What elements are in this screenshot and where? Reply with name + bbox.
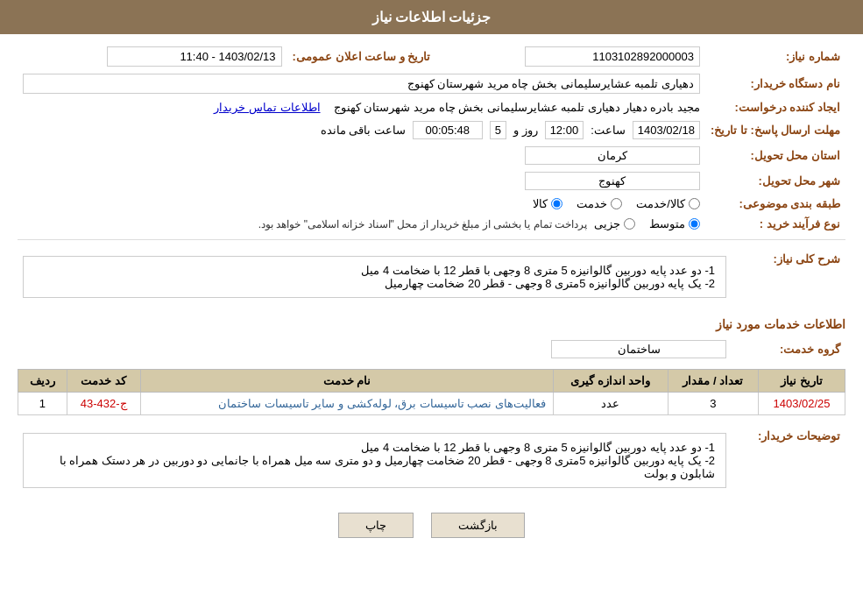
row-ostan: استان محل تحویل: کرمان: [18, 143, 845, 168]
col-tarikh-niaz: تاریخ نیاز: [759, 370, 845, 393]
radio-kala-khadmat: کالا/خدمت: [636, 197, 700, 210]
label-shahr: شهر محل تحویل:: [705, 168, 845, 194]
label-tosif: توضیحات خریدار:: [732, 422, 845, 499]
row-noe-farayand: نوع فرآیند خرید : متوسط جزیی: [18, 214, 845, 234]
radio-khadmat-label: خدمت: [577, 197, 607, 210]
noe-farayand-note: پرداخت تمام یا بخشی از مبلغ خریدار از مح…: [258, 218, 587, 230]
label-nam-dastgah: نام دستگاه خریدار:: [705, 70, 845, 97]
label-sharh: شرح کلی نیاز:: [732, 245, 845, 308]
label-group-khadamat: گروه خدمت:: [732, 336, 845, 362]
value-shahr: کهنوج: [18, 168, 705, 194]
radio-jozi: جزیی: [594, 217, 635, 230]
cell-vahed: عدد: [554, 393, 668, 415]
row-tabaqe: طبقه بندی موضوعی: کالا/خدمت خدمت: [18, 194, 845, 214]
mohlat-roz: 5: [490, 121, 506, 139]
group-khadamat-box: ساختمان: [551, 340, 726, 358]
col-kod-khadamat: کد خدمت: [67, 370, 140, 393]
value-tarikh-elan: 1403/02/13 - 11:40: [18, 43, 287, 70]
col-tedad: تعداد / مقدار: [668, 370, 759, 393]
radio-kala-input[interactable]: [551, 198, 562, 209]
radio-jozi-input[interactable]: [624, 218, 635, 230]
divider-1: [18, 239, 845, 240]
cell-nam-khadamat: فعالیت‌های نصب تاسیسات برق، لوله‌کشی و س…: [140, 393, 553, 415]
ostan-box: کرمان: [525, 146, 700, 165]
tosif-box: 1- دو عدد پایه دوربین گالوانیزه 5 متری 8…: [23, 433, 726, 488]
roz-label: روز و: [513, 124, 538, 137]
ijad-value: مجید بادره دهیار دهیاری تلمبه عشایرسلیما…: [334, 101, 700, 114]
value-group-khadamat: ساختمان: [18, 336, 732, 362]
radio-kala-label: کالا: [533, 197, 548, 210]
noe-farayand-radio-group: متوسط جزیی: [594, 217, 700, 230]
sharh-line2: 2- یک پایه دوربین گالوانیزه 5متری 8 وجهی…: [34, 277, 715, 290]
sharh-line1: 1- دو عدد پایه دوربین گالوانیزه 5 متری 8…: [34, 264, 715, 277]
bottom-buttons: بازگشت چاپ: [18, 513, 845, 538]
mohlat-inline: 1403/02/18 ساعت: 12:00 روز و 5 00:05:48 …: [23, 121, 700, 139]
col-radif: ردیف: [18, 370, 67, 393]
group-khadamat-table: گروه خدمت: ساختمان: [18, 336, 845, 362]
table-row: 1403/02/25 3 عدد فعالیت‌های نصب تاسیسات …: [18, 393, 845, 415]
info-table: شماره نیاز: 1103102892000003 تاریخ و ساع…: [18, 43, 845, 234]
page-wrapper: جزئیات اطلاعات نیاز شماره نیاز: 11031028…: [0, 0, 863, 616]
radio-kala-khadmat-input[interactable]: [689, 198, 700, 209]
radio-kala-khadmat-label: کالا/خدمت: [636, 197, 685, 210]
radio-motevaset: متوسط: [649, 217, 700, 230]
cell-radif: 1: [18, 393, 67, 415]
chap-button[interactable]: چاپ: [338, 513, 414, 538]
radio-motevaset-label: متوسط: [649, 217, 685, 230]
page-title: جزئیات اطلاعات نیاز: [372, 10, 492, 25]
row-group-khadamat: گروه خدمت: ساختمان: [18, 336, 845, 362]
tosif-line1: 1- دو عدد پایه دوربین گالوانیزه 5 متری 8…: [34, 441, 715, 454]
sharh-box: 1- دو عدد پایه دوربین گالوانیزه 5 متری 8…: [23, 256, 726, 298]
row-nam-dastgah: نام دستگاه خریدار: دهیاری تلمبه عشایرسلی…: [18, 70, 845, 97]
label-tarikh-elan: تاریخ و ساعت اعلان عمومی:: [287, 43, 436, 70]
cell-tedad: 3: [668, 393, 759, 415]
ijad-row: مجید بادره دهیار دهیاری تلمبه عشایرسلیما…: [23, 101, 700, 114]
mohlat-maande: 00:05:48: [413, 121, 483, 139]
label-ostan: استان محل تحویل:: [705, 143, 845, 168]
label-mohlat: مهلت ارسال پاسخ: تا تاریخ:: [705, 117, 845, 143]
label-ijad: ایجاد کننده درخواست:: [705, 97, 845, 117]
radio-khadmat-input[interactable]: [611, 198, 622, 209]
value-tosif: 1- دو عدد پایه دوربین گالوانیزه 5 متری 8…: [18, 422, 732, 499]
tosif-table: توضیحات خریدار: 1- دو عدد پایه دوربین گا…: [18, 422, 845, 499]
shomare-box: 1103102892000003: [525, 46, 700, 67]
page-header: جزئیات اطلاعات نیاز: [0, 0, 863, 34]
label-shomare: شماره نیاز:: [705, 43, 845, 70]
value-mohlat: 1403/02/18 ساعت: 12:00 روز و 5 00:05:48 …: [18, 117, 705, 143]
value-nam-dastgah: دهیاری تلمبه عشایرسلیمانی بخش چاه مرید ش…: [18, 70, 705, 97]
label-tabaqe: طبقه بندی موضوعی:: [705, 194, 845, 214]
value-sharh: 1- دو عدد پایه دوربین گالوانیزه 5 متری 8…: [18, 245, 732, 308]
row-tosif: توضیحات خریدار: 1- دو عدد پایه دوربین گا…: [18, 422, 845, 499]
cell-kod: ج-432-43: [67, 393, 140, 415]
col-vahed: واحد اندازه گیری: [554, 370, 668, 393]
ettelaat-tamas-link[interactable]: اطلاعات تماس خریدار: [214, 101, 320, 114]
main-content: شماره نیاز: 1103102892000003 تاریخ و ساع…: [0, 34, 863, 561]
khadamat-title: اطلاعات خدمات مورد نیاز: [18, 317, 845, 331]
tarikh-elan-box: 1403/02/13 - 11:40: [107, 46, 282, 67]
value-shomare: 1103102892000003: [435, 43, 705, 70]
tabaqe-radio-group: کالا/خدمت خدمت کالا: [23, 197, 700, 210]
shahr-box: کهنوج: [525, 172, 700, 190]
maande-label: ساعت باقی مانده: [321, 124, 406, 137]
services-table: تاریخ نیاز تعداد / مقدار واحد اندازه گیر…: [18, 369, 845, 415]
row-shomare-tarikh: شماره نیاز: 1103102892000003 تاریخ و ساع…: [18, 43, 845, 70]
mohlat-saat: 12:00: [545, 121, 584, 139]
radio-jozi-label: جزیی: [594, 217, 620, 230]
cell-tarikh: 1403/02/25: [759, 393, 845, 415]
row-sharh: شرح کلی نیاز: 1- دو عدد پایه دوربین گالو…: [18, 245, 845, 308]
row-ijad: ایجاد کننده درخواست: مجید بادره دهیار ده…: [18, 97, 845, 117]
saat-label: ساعت:: [591, 124, 626, 137]
col-nam-khadamat: نام خدمت: [140, 370, 553, 393]
row-mohlat: مهلت ارسال پاسخ: تا تاریخ: 1403/02/18 سا…: [18, 117, 845, 143]
noe-farayand-inline: متوسط جزیی پرداخت تمام یا بخشی از مبلغ خ…: [23, 217, 700, 230]
radio-motevaset-input[interactable]: [689, 218, 700, 230]
bazgasht-button[interactable]: بازگشت: [431, 513, 525, 538]
radio-khadmat: خدمت: [577, 197, 622, 210]
nam-dastgah-box: دهیاری تلمبه عشایرسلیمانی بخش چاه مرید ش…: [23, 74, 700, 94]
value-noe-farayand: متوسط جزیی پرداخت تمام یا بخشی از مبلغ خ…: [18, 214, 705, 234]
value-ostan: کرمان: [18, 143, 705, 168]
radio-kala: کالا: [533, 197, 562, 210]
label-noe-farayand: نوع فرآیند خرید :: [705, 214, 845, 234]
services-header-row: تاریخ نیاز تعداد / مقدار واحد اندازه گیر…: [18, 370, 845, 393]
row-shahr: شهر محل تحویل: کهنوج: [18, 168, 845, 194]
